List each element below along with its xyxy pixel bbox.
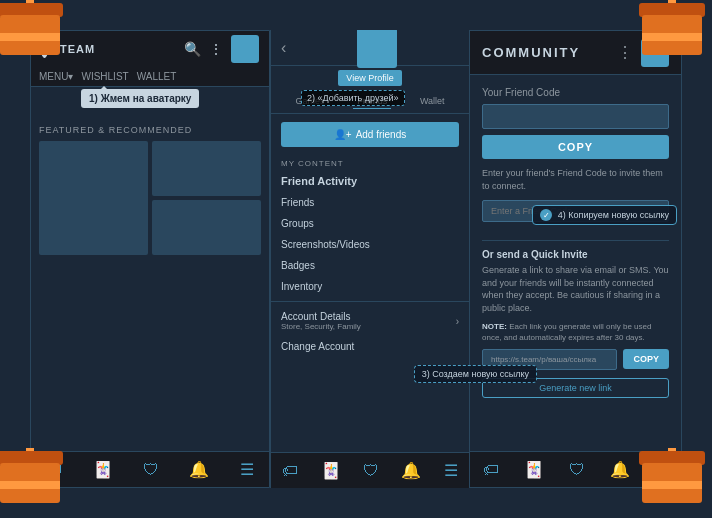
steam-panel: S STEAM 🔍 ⋮ 1) Жмем на аватарку MENU▾ WI… [30, 30, 270, 488]
featured-item-main[interactable] [39, 141, 148, 255]
tab-wallet[interactable]: Wallet [416, 94, 449, 109]
mid-nav-menu-icon[interactable]: ☰ [444, 461, 458, 480]
note-content: Each link you generate will only be used… [482, 322, 651, 342]
add-friends-panel: ‹ View Profile 2) «Добавить друзей» Game… [270, 30, 470, 488]
back-button[interactable]: ‹ [281, 39, 286, 57]
bottom-nav-bell-icon[interactable]: 🔔 [189, 460, 209, 479]
invite-info-text: Enter your friend's Friend Code to invit… [482, 167, 669, 192]
main-overlay: S STEAM 🔍 ⋮ 1) Жмем на аватарку MENU▾ WI… [30, 30, 682, 488]
account-details-label: Account Details [281, 311, 361, 322]
my-content-label: MY CONTENT [271, 155, 469, 170]
step4-text: 4) Копируем новую ссылку [558, 210, 669, 220]
account-chevron-icon: › [456, 316, 459, 327]
user-avatar [357, 30, 397, 68]
nav-wishlist[interactable]: WISHLIST [81, 71, 128, 82]
community-more-icon[interactable]: ⋮ [617, 43, 633, 62]
copy-friend-code-button[interactable]: COPY [482, 135, 669, 159]
account-details-item[interactable]: Account Details Store, Security, Family … [271, 306, 469, 336]
add-friends-button[interactable]: 👤+ Add friends [281, 122, 459, 147]
right-nav-tag-icon[interactable]: 🏷 [483, 461, 499, 479]
nav-wallet[interactable]: WALLET [137, 71, 177, 82]
more-icon[interactable]: ⋮ [209, 41, 223, 57]
middle-bottom-nav: 🏷 🃏 🛡 🔔 ☰ [271, 452, 469, 488]
bottom-nav-shield-icon[interactable]: 🛡 [143, 461, 159, 479]
search-icon[interactable]: 🔍 [184, 41, 201, 57]
step4-annotation: ✓ 4) Копируем новую ссылку [532, 205, 677, 225]
account-sub-label: Store, Security, Family [281, 322, 361, 331]
change-account-item[interactable]: Change Account [271, 336, 469, 357]
menu-friends[interactable]: Friends [271, 192, 469, 213]
gift-decoration-br [632, 438, 712, 518]
mid-nav-shield-icon[interactable]: 🛡 [363, 462, 379, 480]
bottom-nav-card-icon[interactable]: 🃏 [93, 460, 113, 479]
right-nav-shield-icon[interactable]: 🛡 [569, 461, 585, 479]
section-divider [482, 240, 669, 241]
note-strong: NOTE: [482, 322, 507, 331]
menu-inventory[interactable]: Inventory [271, 276, 469, 297]
mid-nav-tag-icon[interactable]: 🏷 [282, 462, 298, 480]
mid-nav-bell-icon[interactable]: 🔔 [401, 461, 421, 480]
friend-code-input[interactable] [482, 104, 669, 129]
gift-decoration-tr [632, 0, 712, 80]
copy-link-button[interactable]: COPY [623, 349, 669, 369]
gift-decoration-tl [0, 0, 80, 80]
featured-section: FEATURED & RECOMMENDED [31, 117, 269, 263]
featured-item-2[interactable] [152, 141, 261, 196]
gift-decoration-bl [0, 438, 80, 518]
step3-annotation: 3) Создаем новую ссылку [414, 365, 537, 383]
right-nav-card-icon[interactable]: 🃏 [524, 460, 544, 479]
menu-groups[interactable]: Groups [271, 213, 469, 234]
add-friends-icon: 👤+ [334, 129, 352, 140]
community-title: COMMUNITY [482, 45, 580, 60]
view-profile-button[interactable]: View Profile [338, 70, 401, 86]
menu-badges[interactable]: Badges [271, 255, 469, 276]
mid-nav-card-icon[interactable]: 🃏 [321, 461, 341, 480]
quick-invite-text: Generate a link to share via email or SM… [482, 264, 669, 314]
menu-friend-activity[interactable]: Friend Activity [271, 170, 469, 192]
steam-avatar-button[interactable] [231, 35, 259, 63]
friends-content: Your Friend Code COPY Enter your friend'… [470, 75, 681, 451]
featured-label: FEATURED & RECOMMENDED [39, 125, 261, 135]
middle-header: ‹ [271, 30, 469, 66]
add-friends-label: Add friends [356, 129, 407, 140]
featured-grid [39, 141, 261, 255]
step1-tooltip: 1) Жмем на аватарку [81, 89, 199, 108]
right-nav-bell-icon[interactable]: 🔔 [610, 460, 630, 479]
note-text: NOTE: Each link you generate will only b… [482, 321, 669, 343]
menu-screenshots-videos[interactable]: Screenshots/Videos [271, 234, 469, 255]
quick-invite-title: Or send a Quick Invite [482, 249, 669, 260]
bottom-nav-menu-icon[interactable]: ☰ [240, 460, 254, 479]
featured-item-3[interactable] [152, 200, 261, 255]
step4-check-icon: ✓ [540, 209, 552, 221]
step2-label: 2) «Добавить друзей» [301, 90, 405, 106]
community-panel: COMMUNITY ⋮ Your Friend Code COPY Enter … [470, 30, 682, 488]
friend-code-section-label: Your Friend Code [482, 87, 669, 98]
